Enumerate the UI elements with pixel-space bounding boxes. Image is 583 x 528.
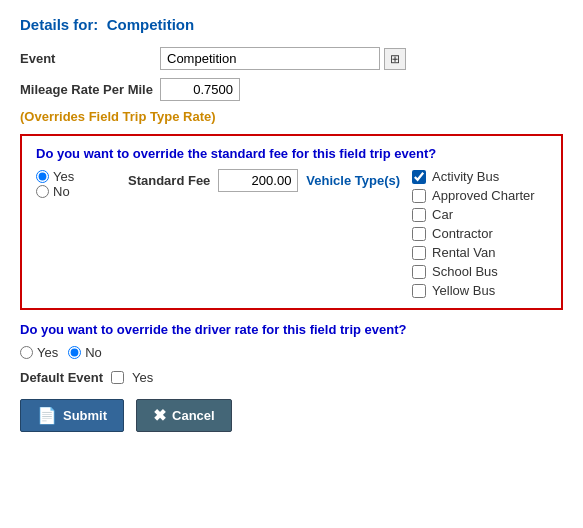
mileage-input[interactable] [160, 78, 240, 101]
cancel-label: Cancel [172, 408, 215, 423]
submit-icon: 📄 [37, 406, 57, 425]
submit-label: Submit [63, 408, 107, 423]
vehicle-item: Yellow Bus [412, 283, 535, 298]
vehicle-checkbox-rental-van[interactable] [412, 246, 426, 260]
driver-rate-no-radio[interactable] [68, 346, 81, 359]
cancel-icon: ✖ [153, 406, 166, 425]
vehicle-label-rental-van: Rental Van [432, 245, 495, 260]
driver-rate-yes-label[interactable]: Yes [37, 345, 58, 360]
override-fee-no-radio[interactable] [36, 185, 49, 198]
event-label: Event [20, 51, 160, 66]
vehicle-label-school-bus: School Bus [432, 264, 498, 279]
standard-fee-label: Standard Fee [128, 173, 210, 188]
vehicle-checkbox-car[interactable] [412, 208, 426, 222]
vehicle-item: Car [412, 207, 535, 222]
standard-fee-input[interactable] [218, 169, 298, 192]
mileage-label: Mileage Rate Per Mile [20, 82, 160, 97]
vehicle-checkbox-yellow-bus[interactable] [412, 284, 426, 298]
override-fee-yes-radio[interactable] [36, 170, 49, 183]
cancel-button[interactable]: ✖ Cancel [136, 399, 232, 432]
button-row: 📄 Submit ✖ Cancel [20, 399, 563, 432]
vehicle-label-contractor: Contractor [432, 226, 493, 241]
vehicle-label-car: Car [432, 207, 453, 222]
vehicle-checkbox-school-bus[interactable] [412, 265, 426, 279]
details-header: Details for: Competition [20, 16, 563, 33]
vehicle-item: Activity Bus [412, 169, 535, 184]
default-event-checkbox[interactable] [111, 371, 124, 384]
vehicle-label-yellow-bus: Yellow Bus [432, 283, 495, 298]
submit-button[interactable]: 📄 Submit [20, 399, 124, 432]
vehicle-item: School Bus [412, 264, 535, 279]
vehicle-label-approved-charter: Approved Charter [432, 188, 535, 203]
default-event-yes-label[interactable]: Yes [132, 370, 153, 385]
override-fee-question: Do you want to override the standard fee… [36, 146, 547, 161]
driver-rate-question: Do you want to override the driver rate … [20, 322, 563, 337]
vehicle-type-label: Vehicle Type(s) [306, 173, 400, 188]
standard-fee-section: Standard Fee Vehicle Type(s) [128, 169, 400, 192]
driver-rate-row: Yes No [20, 345, 563, 360]
driver-rate-no-label[interactable]: No [85, 345, 102, 360]
override-fee-no-label[interactable]: No [53, 184, 70, 199]
default-event-row: Default Event Yes [20, 370, 563, 385]
vehicle-checkbox-activity-bus[interactable] [412, 170, 426, 184]
details-prefix: Details for: [20, 16, 98, 33]
override-fee-yes-no: Yes No [36, 169, 116, 199]
vehicle-label-activity-bus: Activity Bus [432, 169, 499, 184]
vehicle-item: Rental Van [412, 245, 535, 260]
vehicle-list: Activity BusApproved CharterCarContracto… [412, 169, 535, 298]
override-fee-yes-label[interactable]: Yes [53, 169, 74, 184]
event-input[interactable] [160, 47, 380, 70]
details-title: Competition [107, 16, 195, 33]
vehicle-checkbox-contractor[interactable] [412, 227, 426, 241]
override-fee-section: Do you want to override the standard fee… [20, 134, 563, 310]
grid-icon[interactable]: ⊞ [384, 48, 406, 70]
overrides-text: (Overrides Field Trip Type Rate) [20, 109, 563, 124]
vehicle-item: Contractor [412, 226, 535, 241]
vehicle-checkbox-approved-charter[interactable] [412, 189, 426, 203]
default-event-label: Default Event [20, 370, 103, 385]
driver-rate-yes-radio[interactable] [20, 346, 33, 359]
vehicle-item: Approved Charter [412, 188, 535, 203]
